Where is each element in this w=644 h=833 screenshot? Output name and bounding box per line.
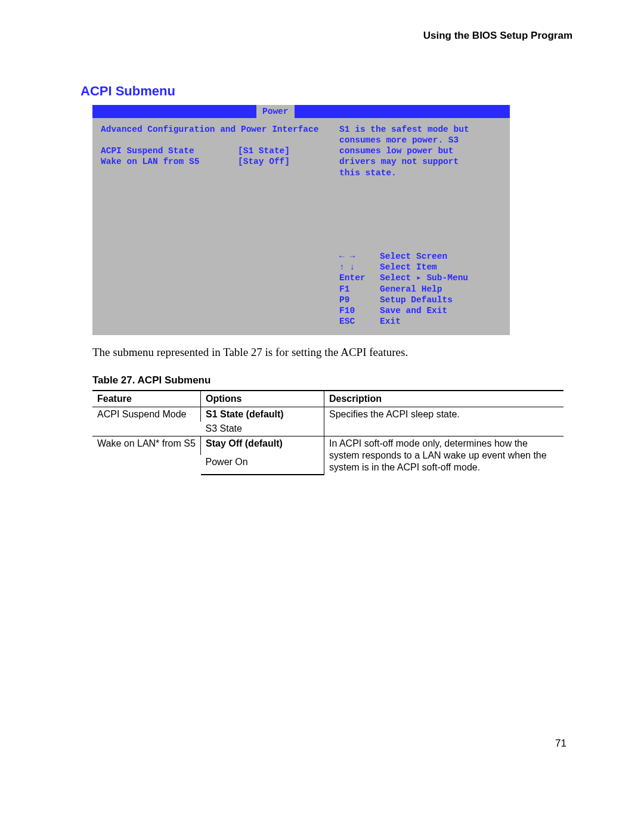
tab-power: Power — [256, 105, 295, 118]
bios-left-panel: Advanced Configuration and Power Interfa… — [101, 124, 339, 327]
col-header-feature: Feature — [92, 391, 201, 407]
help-line: drivers may not support — [339, 156, 504, 167]
nav-label: Save and Exit — [380, 305, 447, 316]
help-line: consumes low power but — [339, 145, 504, 156]
nav-key: ↑ ↓ — [339, 262, 380, 272]
nav-label: General Help — [380, 284, 442, 295]
tab-bar-right-fill — [295, 105, 510, 118]
tab-bar-left-fill — [92, 105, 256, 118]
help-line: this state. — [339, 168, 504, 178]
cell-feature: ACPI Suspend Mode — [92, 407, 201, 436]
bios-help-text: S1 is the safest mode but consumes more … — [339, 124, 504, 178]
feature-table: Feature Options Description ACPI Suspend… — [92, 390, 564, 475]
bios-tab-bar: Power — [92, 105, 510, 118]
cell-feature: Wake on LAN* from S5 — [92, 436, 201, 475]
nav-key: Enter — [339, 272, 380, 283]
nav-key: ESC — [339, 316, 380, 327]
table-row: ACPI Suspend Mode S1 State (default) Spe… — [92, 407, 564, 422]
help-line: consumes more power. S3 — [339, 135, 504, 145]
table-row: Wake on LAN* from S5 Stay Off (default) … — [92, 436, 564, 456]
col-header-description: Description — [324, 391, 564, 407]
bios-body: Advanced Configuration and Power Interfa… — [92, 118, 510, 335]
table-caption: Table 27. ACPI Submenu — [92, 374, 572, 386]
nav-key: F10 — [339, 305, 380, 316]
setting-label: ACPI Suspend State — [101, 145, 238, 156]
running-header: Using the BIOS Setup Program — [80, 30, 572, 42]
bios-subtitle: Advanced Configuration and Power Interfa… — [101, 124, 339, 135]
nav-key: P9 — [339, 295, 380, 305]
section-title: ACPI Submenu — [80, 83, 572, 99]
table-header-row: Feature Options Description — [92, 391, 564, 407]
nav-key: F1 — [339, 284, 380, 295]
nav-label: Exit — [380, 316, 401, 327]
bios-key-nav: ← →Select Screen ↑ ↓Select Item EnterSel… — [339, 251, 504, 327]
page-number: 71 — [80, 738, 572, 750]
nav-label: Select Item — [380, 262, 437, 272]
bios-screenshot: Power Advanced Configuration and Power I… — [92, 105, 510, 335]
cell-option: Power On — [201, 455, 324, 475]
setting-value: [S1 State] — [238, 145, 290, 156]
bios-setting-row: Wake on LAN from S5 [Stay Off] — [101, 156, 339, 167]
bios-right-panel: S1 is the safest mode but consumes more … — [339, 124, 504, 327]
bios-setting-row: ACPI Suspend State [S1 State] — [101, 145, 339, 156]
body-paragraph: The submenu represented in Table 27 is f… — [92, 346, 572, 359]
nav-label: Select ▸ Sub-Menu — [380, 272, 468, 283]
cell-option-default: Stay Off (default) — [201, 436, 324, 456]
cell-option-default: S1 State (default) — [201, 407, 324, 422]
nav-label: Setup Defaults — [380, 295, 453, 305]
col-header-options: Options — [201, 391, 324, 407]
setting-label: Wake on LAN from S5 — [101, 156, 238, 167]
cell-description: In ACPI soft-off mode only, determines h… — [324, 436, 564, 475]
nav-key: ← → — [339, 251, 380, 262]
cell-description: Specifies the ACPI sleep state. — [324, 407, 564, 436]
help-line: S1 is the safest mode but — [339, 124, 504, 135]
setting-value: [Stay Off] — [238, 156, 290, 167]
nav-label: Select Screen — [380, 251, 447, 262]
cell-option: S3 State — [201, 422, 324, 436]
